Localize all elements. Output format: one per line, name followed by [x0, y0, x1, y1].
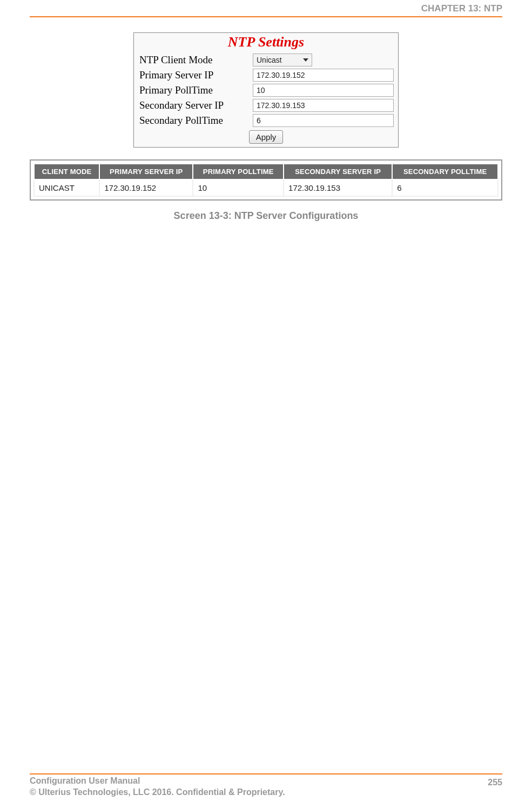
- input-primary-ip[interactable]: [253, 69, 394, 82]
- figure-caption: Screen 13-3: NTP Server Configurations: [30, 210, 502, 222]
- page-number: 255: [488, 778, 502, 787]
- select-client-mode-value: Unicast: [257, 56, 282, 64]
- footer-copyright: © Ulterius Technologies, LLC 2016. Confi…: [30, 786, 285, 798]
- table-row: UNICAST 172.30.19.152 10 172.30.19.153 6: [34, 179, 498, 196]
- footer-manual-title: Configuration User Manual: [30, 775, 285, 787]
- ntp-settings-panel: NTP Settings NTP Client Mode Unicast Pri…: [133, 32, 399, 148]
- footer-rule: [30, 773, 502, 774]
- th-secondary-ip: SECONDARY SERVER IP: [284, 164, 392, 179]
- label-client-mode: NTP Client Mode: [139, 54, 253, 66]
- th-client-mode: CLIENT MODE: [34, 164, 99, 179]
- th-primary-ip: PRIMARY SERVER IP: [99, 164, 193, 179]
- footer-left: Configuration User Manual © Ulterius Tec…: [30, 775, 285, 798]
- row-primary-poll: Primary PollTime: [134, 83, 398, 98]
- header-rule: [30, 16, 502, 17]
- select-client-mode[interactable]: Unicast: [253, 54, 312, 66]
- ntp-settings-title: NTP Settings: [134, 33, 398, 52]
- label-primary-ip: Primary Server IP: [139, 69, 253, 81]
- label-secondary-poll: Secondary PollTime: [139, 115, 253, 126]
- input-secondary-poll[interactable]: [253, 114, 394, 127]
- label-secondary-ip: Secondary Server IP: [139, 99, 253, 111]
- td-primary-polltime: 10: [193, 179, 284, 196]
- ntp-table-frame: CLIENT MODE PRIMARY SERVER IP PRIMARY PO…: [30, 159, 502, 201]
- chapter-title: CHAPTER 13: NTP: [421, 3, 502, 14]
- row-secondary-poll: Secondary PollTime: [134, 113, 398, 128]
- td-primary-ip: 172.30.19.152: [99, 179, 193, 196]
- td-client-mode: UNICAST: [34, 179, 99, 196]
- th-primary-polltime: PRIMARY POLLTIME: [193, 164, 284, 179]
- row-client-mode: NTP Client Mode Unicast: [134, 52, 398, 68]
- ntp-table: CLIENT MODE PRIMARY SERVER IP PRIMARY PO…: [33, 163, 499, 197]
- th-secondary-polltime: SECONDARY POLLTIME: [392, 164, 498, 179]
- label-primary-poll: Primary PollTime: [139, 84, 253, 96]
- row-primary-ip: Primary Server IP: [134, 68, 398, 83]
- td-secondary-polltime: 6: [392, 179, 498, 196]
- input-secondary-ip[interactable]: [253, 99, 394, 112]
- apply-button[interactable]: Apply: [249, 130, 284, 144]
- td-secondary-ip: 172.30.19.153: [284, 179, 392, 196]
- row-secondary-ip: Secondary Server IP: [134, 98, 398, 113]
- chevron-down-icon: [303, 58, 308, 62]
- input-primary-poll[interactable]: [253, 84, 394, 97]
